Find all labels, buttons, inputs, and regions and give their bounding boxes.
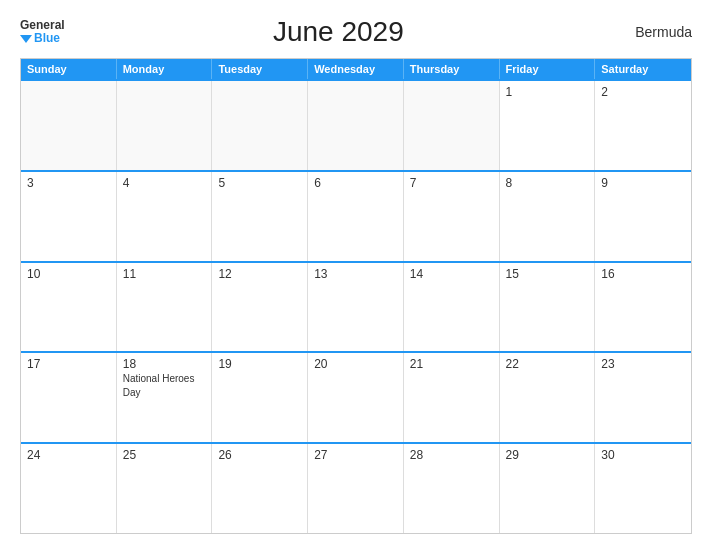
header-saturday: Saturday [595,59,691,79]
calendar-cell [212,81,308,170]
calendar-cell: 13 [308,263,404,352]
header-wednesday: Wednesday [308,59,404,79]
day-number: 29 [506,448,589,462]
calendar-cell [117,81,213,170]
day-number: 4 [123,176,206,190]
calendar-page: GeneralBlue June 2029 Bermuda Sunday Mon… [0,0,712,550]
calendar-row-2: 10111213141516 [21,261,691,352]
calendar-cell: 27 [308,444,404,533]
day-number: 10 [27,267,110,281]
header-thursday: Thursday [404,59,500,79]
calendar-cell: 14 [404,263,500,352]
calendar-cell: 22 [500,353,596,442]
calendar-cell: 19 [212,353,308,442]
logo: GeneralBlue [20,19,65,45]
calendar-cell: 17 [21,353,117,442]
day-number: 15 [506,267,589,281]
header-tuesday: Tuesday [212,59,308,79]
day-number: 19 [218,357,301,371]
calendar-cell [308,81,404,170]
header-monday: Monday [117,59,213,79]
day-number: 2 [601,85,685,99]
calendar-cell: 23 [595,353,691,442]
calendar-cell: 3 [21,172,117,261]
calendar-row-0: 12 [21,79,691,170]
calendar-body: 123456789101112131415161718National Hero… [21,79,691,533]
svg-marker-0 [20,35,32,43]
calendar-cell: 7 [404,172,500,261]
calendar-cell: 24 [21,444,117,533]
calendar-cell: 2 [595,81,691,170]
header-friday: Friday [500,59,596,79]
calendar-cell: 11 [117,263,213,352]
calendar-cell: 1 [500,81,596,170]
day-number: 26 [218,448,301,462]
day-number: 9 [601,176,685,190]
calendar-cell: 18National Heroes Day [117,353,213,442]
day-number: 11 [123,267,206,281]
calendar-cell: 6 [308,172,404,261]
day-number: 17 [27,357,110,371]
day-number: 1 [506,85,589,99]
day-number: 27 [314,448,397,462]
calendar-cell: 20 [308,353,404,442]
calendar-cell [404,81,500,170]
calendar-cell: 4 [117,172,213,261]
calendar-cell [21,81,117,170]
calendar-cell: 5 [212,172,308,261]
day-number: 28 [410,448,493,462]
calendar-cell: 30 [595,444,691,533]
calendar-header: Sunday Monday Tuesday Wednesday Thursday… [21,59,691,79]
region-label: Bermuda [612,24,692,40]
day-number: 5 [218,176,301,190]
page-header: GeneralBlue June 2029 Bermuda [20,16,692,48]
day-number: 12 [218,267,301,281]
calendar-cell: 10 [21,263,117,352]
calendar-cell: 15 [500,263,596,352]
calendar-cell: 16 [595,263,691,352]
calendar-cell: 8 [500,172,596,261]
logo-blue-text: Blue [34,32,60,45]
calendar-row-4: 24252627282930 [21,442,691,533]
day-number: 30 [601,448,685,462]
day-number: 18 [123,357,206,371]
calendar-cell: 21 [404,353,500,442]
header-sunday: Sunday [21,59,117,79]
day-number: 13 [314,267,397,281]
calendar-cell: 9 [595,172,691,261]
day-number: 14 [410,267,493,281]
day-number: 22 [506,357,589,371]
calendar-row-1: 3456789 [21,170,691,261]
calendar-cell: 29 [500,444,596,533]
event-label: National Heroes Day [123,373,195,398]
day-number: 6 [314,176,397,190]
calendar-row-3: 1718National Heroes Day1920212223 [21,351,691,442]
calendar-grid: Sunday Monday Tuesday Wednesday Thursday… [20,58,692,534]
calendar-cell: 26 [212,444,308,533]
calendar-cell: 25 [117,444,213,533]
day-number: 23 [601,357,685,371]
calendar-cell: 28 [404,444,500,533]
day-number: 24 [27,448,110,462]
day-number: 7 [410,176,493,190]
day-number: 21 [410,357,493,371]
page-title: June 2029 [65,16,612,48]
day-number: 25 [123,448,206,462]
day-number: 3 [27,176,110,190]
day-number: 16 [601,267,685,281]
day-number: 8 [506,176,589,190]
day-number: 20 [314,357,397,371]
logo-triangle-icon [20,35,32,43]
calendar-cell: 12 [212,263,308,352]
